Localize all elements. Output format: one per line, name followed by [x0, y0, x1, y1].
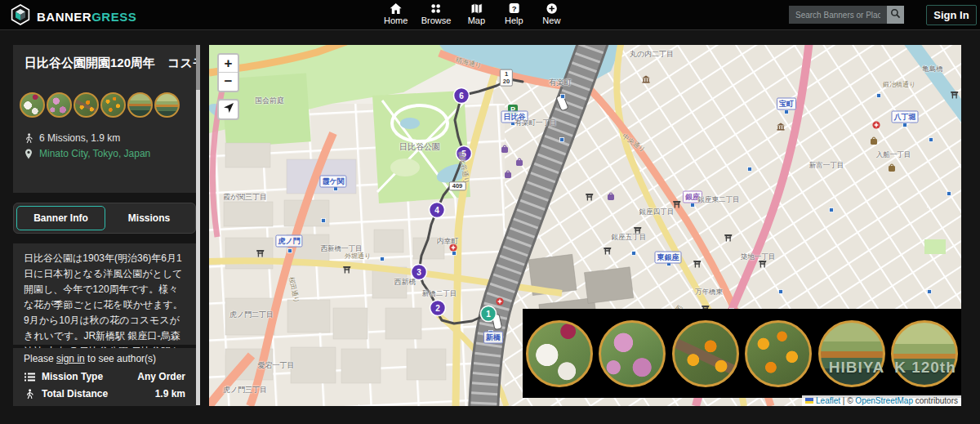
- svg-text:4: 4: [434, 206, 439, 215]
- walk-icon: [24, 389, 35, 399]
- mission-thumb-pink-cosmos[interactable]: [47, 92, 72, 118]
- banner-header-card: 日比谷公園開園120周年 コスモ... 6 Missions, 1.9 km M…: [13, 45, 196, 193]
- list-icon: [24, 373, 35, 382]
- map-attribution: Leaflet | © OpenStreetMap contributors: [802, 395, 961, 406]
- zoom-out-button[interactable]: −: [219, 73, 238, 91]
- preview-mission-pink-cosmos[interactable]: [599, 320, 666, 387]
- home-icon: [390, 2, 403, 15]
- svg-text:6: 6: [459, 91, 464, 100]
- waypoint-marker-1[interactable]: 1: [481, 306, 497, 322]
- sidebar-scrollbar-thumb[interactable]: [196, 45, 200, 90]
- mission-thumb-marigold-branch[interactable]: [74, 92, 99, 118]
- walk-icon: [23, 133, 34, 144]
- mission-thumb-white-cosmos[interactable]: [20, 92, 45, 118]
- new-icon: [545, 2, 558, 15]
- locate-arrow-icon: [223, 102, 234, 117]
- banner-preview-strip: HIBIYA K 120th: [523, 309, 961, 398]
- map-pin-icon: [23, 149, 34, 159]
- map-icon: [470, 2, 483, 15]
- stat-last-to-first: Last to first waypoint 870 m: [24, 405, 185, 406]
- missions-summary: 6 Missions, 1.9 km: [39, 132, 120, 144]
- stat-total-distance: Total Distance 1.9 km: [24, 388, 185, 399]
- banner-description-line1: 日比谷公園は1903年(明治36)年6月1日に日本初となる洋風公園がとして開園し…: [24, 251, 185, 313]
- svg-text:P: P: [510, 105, 515, 114]
- stat-mission-type: Mission Type Any Order: [24, 371, 185, 382]
- locate-button[interactable]: [217, 99, 239, 120]
- svg-text:2: 2: [435, 304, 440, 313]
- preview-mission-park-view-hibiya[interactable]: [818, 320, 885, 387]
- banner-location-link[interactable]: Minato City, Tokyo, Japan: [39, 148, 150, 159]
- help-icon: ?: [507, 2, 520, 15]
- navbar-right: Sign In: [776, 0, 980, 30]
- preview-mission-marigold-branch[interactable]: [672, 320, 739, 387]
- author-note: Please sign in to see author(s): [24, 353, 185, 364]
- sidebar-scrollbar[interactable]: [196, 45, 200, 405]
- parking-icon: P: [508, 105, 518, 114]
- mission-thumb-orange-flowers[interactable]: [100, 92, 126, 118]
- nav-map[interactable]: Map: [464, 1, 488, 25]
- nav-map-label: Map: [468, 16, 485, 25]
- nav-browse-label: Browse: [421, 16, 452, 25]
- search-icon: [890, 8, 901, 21]
- preview-mission-park-view-120th[interactable]: [891, 320, 958, 387]
- search-button[interactable]: [887, 6, 904, 24]
- browse-icon: [430, 2, 443, 15]
- svg-text:3: 3: [416, 268, 421, 277]
- brand-text: BANNERGRESS: [37, 10, 136, 24]
- waypoint-marker-3[interactable]: 3: [412, 265, 427, 280]
- zoom-in-button[interactable]: +: [219, 55, 238, 73]
- map-zoom-control: + −: [217, 53, 239, 92]
- nav-help-label: Help: [505, 16, 523, 25]
- svg-text:?: ?: [511, 4, 516, 13]
- waypoint-marker-6[interactable]: 6: [454, 88, 470, 104]
- bannergress-logo[interactable]: BANNERGRESS: [10, 4, 136, 29]
- preview-mission-white-cosmos[interactable]: [526, 320, 593, 387]
- waypoint-marker-4[interactable]: 4: [430, 203, 445, 218]
- banner-title: 日比谷公園開園120周年 コスモ...: [13, 45, 196, 71]
- bannergress-hex-icon: [10, 4, 31, 29]
- nav-new-label: New: [542, 16, 560, 25]
- sign-in-button[interactable]: Sign In: [926, 5, 977, 25]
- nav-browse[interactable]: Browse: [421, 1, 452, 25]
- nav-new[interactable]: New: [539, 1, 564, 25]
- waypoint-marker-5[interactable]: 5: [457, 146, 472, 162]
- top-navbar: BANNERGRESS Home Browse Map ? Help New: [0, 0, 980, 30]
- mission-thumb-park-view-hibiya[interactable]: [127, 92, 153, 118]
- mission-thumbnails: [13, 71, 196, 118]
- sidebar-tabs: Banner Info Missions: [13, 203, 196, 234]
- svg-text:5: 5: [461, 150, 466, 158]
- nav-home[interactable]: Home: [384, 1, 408, 25]
- tab-missions[interactable]: Missions: [105, 206, 193, 230]
- search-input[interactable]: [789, 6, 887, 24]
- ukraine-flag-icon: [805, 398, 813, 404]
- banner-description-card: 日比谷公園は1903年(明治36)年6月1日に日本初となる洋風公園がとして開園し…: [13, 243, 196, 345]
- svg-text:1: 1: [486, 310, 491, 319]
- nav-help[interactable]: ? Help: [501, 1, 526, 25]
- preview-mission-orange-flowers[interactable]: [745, 320, 812, 387]
- banner-stats-card: Please sign in to see author(s) Mission …: [13, 348, 196, 406]
- tab-banner-info[interactable]: Banner Info: [16, 206, 105, 230]
- nav-home-label: Home: [384, 16, 408, 25]
- main-navigation: Home Browse Map ? Help New: [384, 1, 564, 25]
- waypoint-marker-2[interactable]: 2: [430, 301, 446, 316]
- leaflet-link[interactable]: Leaflet: [816, 396, 840, 405]
- osm-link[interactable]: OpenStreetMap: [855, 396, 913, 405]
- sign-in-link[interactable]: sign in: [56, 353, 85, 364]
- mission-thumb-park-view-120th[interactable]: [154, 92, 180, 118]
